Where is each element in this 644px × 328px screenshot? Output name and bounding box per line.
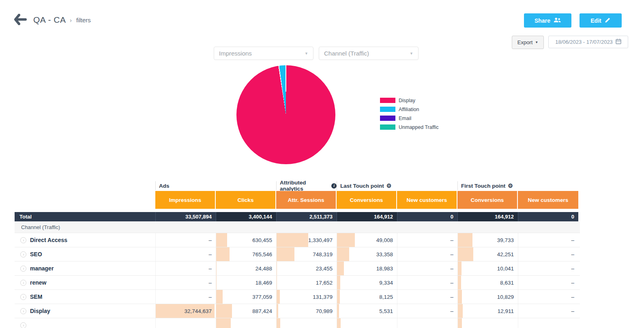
row-expander[interactable]: ›SEM [15,290,155,304]
cell-value: – [208,247,212,261]
cell-value: – [208,276,212,289]
dimension-select[interactable]: Channel (Traffic) ▼ [319,47,419,60]
date-range-picker[interactable]: 18/06/2023 - 17/07/2023 [548,36,628,48]
cell-bar [337,262,344,275]
cell-bar [458,318,462,328]
people-icon [554,17,561,24]
gear-icon[interactable]: ⚙ [508,183,513,189]
data-cell: – [397,247,457,261]
cell-value: 39,733 [497,233,514,247]
table-row: › [15,318,580,328]
row-label-text: manager [30,265,54,272]
cell-value: – [571,290,574,304]
cell-value: 765,546 [252,247,272,261]
chevron-right-icon[interactable]: › [20,322,26,328]
share-button[interactable]: Share [524,13,571,28]
cell-value: 70,989 [316,304,333,318]
data-cell: 18,469 [216,276,276,289]
gear-icon[interactable]: ⚙ [386,183,392,189]
legend-label: Unmapped Traffic [399,124,438,130]
column-header[interactable]: New customers [397,191,457,209]
group-title: Ads [159,183,170,189]
data-cell: 8,125 [337,290,397,304]
breadcrumb-title[interactable]: QA - CA [33,15,66,25]
legend-item: Affiliation [380,107,438,112]
back-button[interactable] [14,14,27,26]
column-header[interactable]: Conversions [337,191,397,209]
cell-value: – [450,233,453,247]
pie-chart [236,65,335,164]
column-header[interactable]: Conversions [457,191,518,209]
dimension-row-label: Channel (Traffic) [15,224,60,230]
export-button[interactable]: Export ▼ [512,36,544,49]
edit-button[interactable]: Edit [580,13,622,28]
chevron-right-icon[interactable]: › [20,266,26,272]
data-cell: 5,531 [337,304,397,318]
row-expander[interactable]: ›Direct Access [15,233,155,247]
data-cell: 9,334 [337,276,397,289]
chevron-right-icon[interactable]: › [20,237,26,243]
breadcrumb-separator: › [70,17,72,24]
pencil-icon [605,17,611,24]
cell-bar [337,318,341,328]
info-icon[interactable]: i [331,183,337,189]
table-row: ›renew–18,46917,6529,334–8,631– [15,276,580,290]
data-cell: 18,983 [337,262,397,275]
row-expander[interactable]: ›manager [15,262,155,275]
row-label-text: Direct Access [30,237,67,243]
cell-value: – [571,304,574,318]
cell-value: 24,488 [255,262,272,275]
data-cell: – [155,233,216,247]
data-cell: – [397,276,457,289]
chevron-right-icon[interactable]: › [20,280,26,286]
column-group-label: Ads [155,181,276,190]
row-label-text: renew [30,279,46,286]
data-cell [155,318,216,328]
chevron-right-icon[interactable]: › [20,251,26,257]
cell-bar [458,247,473,261]
column-header[interactable]: Impressions [155,191,216,209]
cell-value: – [450,262,453,275]
data-cell: – [397,304,457,318]
data-cell [337,318,397,328]
cell-value: 377,059 [252,290,272,304]
cell-bar [216,233,227,247]
calendar-icon [616,39,621,45]
total-cell: 0 [397,212,457,221]
breadcrumb-current: filters [76,17,91,24]
table-row: ›Display32,744,637887,42470,9895,531–12,… [15,304,580,318]
column-header[interactable]: Clicks [216,191,276,209]
data-cell: 70,989 [276,304,337,318]
row-expander[interactable]: ›renew [15,276,155,289]
legend-item: Display [380,98,438,103]
cell-value: 8,631 [500,276,514,289]
data-cell: – [518,233,578,247]
cell-value: – [571,247,574,261]
cell-bar [216,290,223,304]
row-expander[interactable]: ›Display [15,304,155,318]
cell-bar [216,318,231,328]
chevron-right-icon[interactable]: › [20,294,26,300]
dimension-row: Channel (Traffic) [15,221,580,233]
row-label-text: SEO [30,251,42,257]
legend-swatch [380,116,395,121]
cell-value: – [208,262,212,275]
data-cell [397,318,457,328]
metric-select[interactable]: Impressions ▼ [214,47,313,60]
cell-bar [458,304,463,318]
column-header[interactable]: New customers [518,191,578,209]
row-expander[interactable]: › [15,318,155,328]
export-button-label: Export [517,39,533,45]
cell-value: 17,652 [316,276,333,289]
cell-bar [277,262,277,275]
table-row: ›Direct Access–630,4551,330,49749,008–39… [15,233,580,247]
chevron-right-icon[interactable]: › [20,308,26,314]
data-cell: 377,059 [216,290,276,304]
data-cell: 12,911 [457,304,518,318]
cell-value: – [571,233,574,247]
column-header[interactable]: Attr. Sessions [276,191,337,209]
row-expander[interactable]: ›SEO [15,247,155,261]
metrics-table: AdsAttributed analyticsiLast Touch point… [15,180,580,328]
total-cell: 2,511,373 [276,212,337,221]
legend-swatch [380,124,395,130]
